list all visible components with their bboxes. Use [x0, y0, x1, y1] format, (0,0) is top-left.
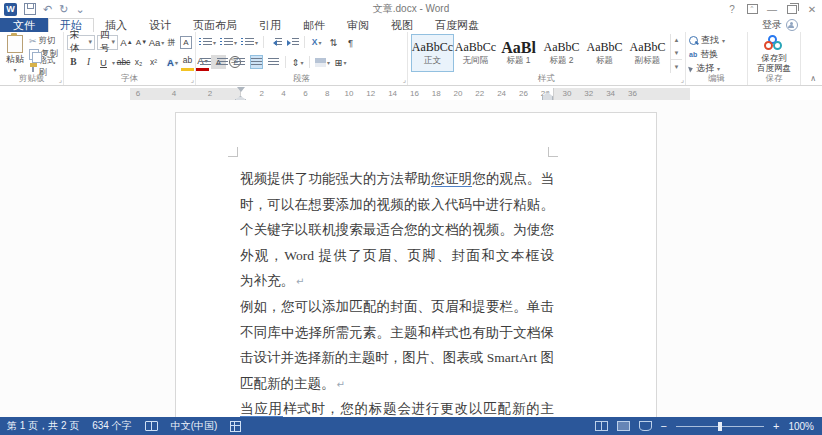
help-button[interactable]: ? [722, 0, 742, 18]
document-line[interactable]: 个关键字以联机搜索最适合您的文档的视频。为使您的文档具有专业 [240, 217, 554, 243]
bold-button[interactable]: B [67, 55, 80, 69]
text-effects-button[interactable]: A▾ [166, 55, 179, 69]
input-mode-icon[interactable] [230, 421, 241, 432]
paragraph-dialog-launcher[interactable]: ⌟ [403, 76, 406, 84]
show-hide-marks-button[interactable]: ¶ [344, 35, 357, 49]
tab-视图[interactable]: 视图 [380, 18, 424, 32]
tab-邮件[interactable]: 邮件 [292, 18, 336, 32]
style-item-标题[interactable]: AaBbC标题 [583, 34, 626, 72]
font-size-combo[interactable]: 四号▾ [97, 35, 118, 50]
proofing-status-icon[interactable] [145, 421, 158, 431]
zoom-slider[interactable] [676, 426, 764, 427]
document-line[interactable]: 当应用样式时，您的标题会进行更改以匹配新的主题。使用在需要位 [240, 396, 554, 417]
styles-scroll-up-button[interactable]: ▲ [671, 34, 682, 47]
tab-设计[interactable]: 设计 [138, 18, 182, 32]
styles-scroll-down-button[interactable]: ▼ [671, 47, 682, 60]
superscript-button[interactable]: x² [147, 55, 160, 69]
italic-button[interactable]: I [82, 55, 95, 69]
tab-审阅[interactable]: 审阅 [336, 18, 380, 32]
font-dialog-launcher[interactable]: ⌟ [191, 76, 194, 84]
style-item-正文[interactable]: AaBbCc正文 [411, 34, 454, 72]
document-line[interactable]: 击设计并选择新的主题时，图片、图表或 SmartArt 图形将会更改以 [240, 345, 554, 371]
change-case-button[interactable]: Aa▾ [150, 35, 163, 49]
document-line[interactable]: 时，可以在想要添加的视频的嵌入代码中进行粘贴。您也可以键入一 [240, 192, 554, 218]
document-line[interactable]: 视频提供了功能强大的方法帮助您证明您的观点。当您单击联机视频 [240, 166, 554, 192]
undo-button[interactable]: ↶ [43, 3, 52, 16]
style-item-标题 2[interactable]: AaBbC标题 2 [540, 34, 583, 72]
borders-button[interactable]: ⊞▾ [334, 55, 347, 69]
save-icon[interactable] [24, 3, 36, 15]
strikethrough-button[interactable]: abc [117, 55, 130, 69]
redo-button[interactable]: ↻ [59, 3, 68, 16]
sort-button[interactable]: ⇅ [327, 35, 340, 49]
read-mode-view-button[interactable] [595, 421, 608, 431]
sign-in[interactable]: 登录 [762, 18, 798, 32]
minimize-button[interactable]: — [762, 0, 782, 18]
tab-file[interactable]: 文件 [0, 18, 48, 32]
styles-more-button[interactable]: ▼ [671, 59, 682, 73]
zoom-level[interactable]: 100% [788, 421, 814, 432]
close-button[interactable]: ✕ [802, 0, 822, 18]
underline-dropdown-icon[interactable]: ▾ [112, 59, 115, 66]
character-border-button[interactable]: A [180, 36, 192, 49]
line-spacing-button[interactable]: ⇕▾ [291, 55, 304, 69]
ribbon-display-options-button[interactable]: ^ [742, 0, 762, 18]
document-line[interactable]: 外观，Word 提供了页眉、页脚、封面和文本框设计，这些设计可互 [240, 243, 554, 269]
shading-button[interactable]: ▾ [315, 55, 330, 69]
style-item-标题 1[interactable]: AaBl标题 1 [497, 34, 540, 72]
save-to-baidu-button[interactable]: 保存到 百度网盘 [751, 34, 797, 73]
numbering-button[interactable]: ▾ [220, 35, 237, 49]
increase-indent-button[interactable] [286, 35, 299, 49]
format-painter-button[interactable]: 格式刷 [29, 61, 60, 73]
grow-font-button[interactable]: A▲ [120, 35, 133, 49]
align-right-button[interactable] [233, 55, 246, 69]
bullets-button[interactable]: ▾ [199, 35, 216, 49]
justify-button[interactable] [250, 55, 263, 69]
replace-button[interactable]: ab 替换 [689, 48, 744, 61]
bullets-icon [199, 38, 212, 47]
page-number-indicator[interactable]: 第 1 页，共 2 页 [7, 419, 79, 433]
styles-dialog-launcher[interactable]: ⌟ [681, 76, 684, 84]
format-painter-icon [29, 63, 37, 72]
distribute-button[interactable] [267, 55, 280, 69]
asian-layout-button[interactable]: X▾ [310, 35, 323, 49]
tab-引用[interactable]: 引用 [248, 18, 292, 32]
style-item-无间隔[interactable]: AaBbCc无间隔 [454, 34, 497, 72]
first-line-indent-marker[interactable] [237, 87, 245, 96]
align-center-button[interactable] [216, 55, 229, 69]
style-item-副标题[interactable]: AaBbC副标题 [626, 34, 669, 72]
paste-button[interactable]: 粘贴 ▾ [3, 34, 27, 73]
zoom-out-button[interactable]: − [661, 421, 667, 431]
document-line[interactable]: 例如，您可以添加匹配的封面、页眉和提要栏。单击“插入”，然后从 [240, 294, 554, 320]
customize-qat-button[interactable]: ⌄ [75, 3, 84, 16]
cut-button[interactable]: ✂ 剪切 [29, 35, 60, 47]
shrink-font-button[interactable]: A▼ [135, 35, 148, 49]
restore-button[interactable] [782, 0, 802, 18]
multilevel-list-button[interactable]: ▾ [241, 35, 258, 49]
underline-button[interactable]: U [97, 55, 110, 69]
document-line[interactable]: 不同库中选择所需元素。主题和样式也有助于文档保持协调。当您单 [240, 320, 554, 346]
subscript-button[interactable]: x₂ [132, 55, 145, 69]
font-name-combo[interactable]: 宋体▾ [67, 35, 95, 50]
find-button[interactable]: 查找 ▾ [689, 34, 744, 47]
print-layout-view-button[interactable] [617, 421, 630, 431]
document-line[interactable]: 匹配新的主题。↵ [240, 371, 554, 397]
document-text[interactable]: 视频提供了功能强大的方法帮助您证明您的观点。当您单击联机视频时，可以在想要添加的… [240, 166, 554, 417]
tab-页面布局[interactable]: 页面布局 [182, 18, 248, 32]
word-count-indicator[interactable]: 634 个字 [92, 419, 131, 433]
web-layout-view-button[interactable] [639, 421, 652, 431]
horizontal-ruler[interactable]: 64224681012141618202224262830323436 [130, 88, 690, 100]
document-line[interactable]: 为补充。↵ [240, 268, 554, 294]
align-left-button[interactable] [199, 55, 212, 69]
clipboard-dialog-launcher[interactable]: ⌟ [59, 76, 62, 84]
text-highlight-button[interactable]: ab [181, 54, 194, 71]
paste-dropdown-icon[interactable]: ▾ [13, 66, 16, 73]
language-indicator[interactable]: 中文(中国) [171, 419, 218, 433]
collapse-ribbon-button[interactable]: ∧ [810, 74, 816, 83]
phonetic-guide-button[interactable]: 拼 [165, 35, 178, 49]
tab-百度网盘[interactable]: 百度网盘 [424, 18, 490, 32]
document-canvas[interactable]: 视频提供了功能强大的方法帮助您证明您的观点。当您单击联机视频时，可以在想要添加的… [0, 100, 822, 417]
zoom-slider-thumb[interactable] [718, 422, 722, 431]
decrease-indent-button[interactable] [269, 35, 282, 49]
zoom-in-button[interactable]: + [773, 421, 779, 431]
